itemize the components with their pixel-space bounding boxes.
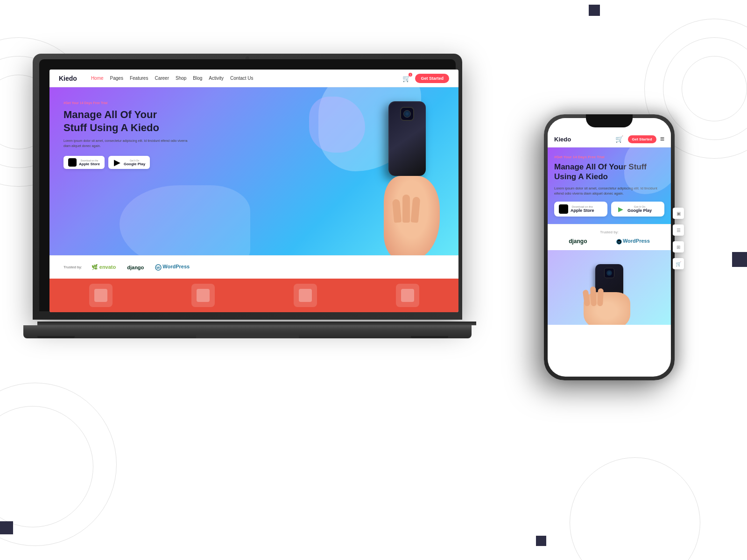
side-icon-4[interactable]: 🛒 — [673, 258, 684, 269]
phone-play-store-button[interactable]: ▶ Get It On Google Play — [611, 202, 664, 217]
bottom-strip — [49, 279, 458, 312]
site-logo: Kiedo — [59, 75, 77, 82]
google-play-button[interactable]: ▶ Get It On Google Play — [108, 156, 150, 169]
play-store-text: Get It On Google Play — [124, 159, 145, 166]
strip-icon-inner-1 — [94, 289, 107, 302]
mini-finger-2 — [590, 287, 597, 307]
laptop-device: Kiedo Home Pages Features Career Shop Bl… — [33, 54, 481, 338]
phone-cart-icon[interactable]: 🛒 — [615, 135, 623, 143]
trusted-label: Trusted by: — [63, 265, 82, 269]
strip-icon-inner-3 — [299, 289, 312, 302]
hero-phone-body — [388, 101, 426, 176]
hero-content: #Get Your 14 Days Free Trial Manage All … — [63, 101, 194, 169]
phone-logo: Kiedo — [554, 136, 615, 143]
hero-blob-2 — [120, 185, 250, 255]
phone-hand-section — [548, 250, 671, 325]
mini-cam-lens — [606, 270, 612, 276]
mini-phone-camera — [604, 268, 614, 278]
phone-hero: #Get Your 14 Days Free Trial Manage All … — [548, 147, 671, 224]
django-logo: django — [127, 265, 144, 270]
hero-trial-text: #Get Your 14 Days Free Trial — [63, 101, 194, 105]
hero-title: Manage All Of Your Stuff Using A Kiedo — [63, 108, 194, 134]
laptop-outer-frame: Kiedo Home Pages Features Career Shop Bl… — [33, 54, 462, 320]
phone-hero-blob — [624, 147, 671, 194]
site-hero: #Get Your 14 Days Free Trial Manage All … — [49, 87, 458, 255]
strip-icon-inner-4 — [401, 289, 414, 302]
phone-hero-buttons: Download on the Apple Store ▶ Get It On … — [554, 202, 664, 217]
svg-text:W: W — [617, 240, 620, 243]
laptop-notch — [196, 334, 299, 338]
play-icon: ▶ — [113, 158, 121, 167]
finger-2 — [402, 195, 410, 223]
phone-hand-inner — [572, 259, 647, 325]
laptop-hero-phone — [379, 87, 449, 255]
phone-get-started-button[interactable]: Get Started — [628, 135, 656, 143]
phone-notch — [586, 114, 633, 127]
nav-link-pages[interactable]: Pages — [110, 76, 123, 81]
wordpress-logo: W WordPress — [155, 264, 190, 270]
hero-buttons: Download on the Apple Store ▶ Get It On … — [63, 156, 194, 169]
svg-text:W: W — [156, 266, 160, 270]
phone-wordpress-logo: W WordPress — [616, 238, 650, 244]
phone-screen: Kiedo 🛒 Get Started ≡ #Get Your 14 Days … — [548, 118, 671, 377]
cart-badge: 1 — [409, 73, 412, 77]
phone-apple-store-button[interactable]: Download on the Apple Store — [554, 202, 607, 217]
site-nav: Kiedo Home Pages Features Career Shop Bl… — [49, 70, 458, 87]
nav-link-shop[interactable]: Shop — [176, 76, 186, 81]
nav-link-career[interactable]: Career — [155, 76, 169, 81]
phone-device: Kiedo 🛒 Get Started ≡ #Get Your 14 Days … — [544, 114, 675, 380]
cart-icon[interactable]: 🛒 1 — [402, 75, 410, 82]
phone-trusted-logos: django W WordPress — [554, 238, 664, 245]
get-started-button[interactable]: Get Started — [415, 74, 449, 83]
phone-side-icons: ▣ ☰ ⊞ 🛒 — [673, 208, 684, 269]
main-container: Kiedo Home Pages Features Career Shop Bl… — [0, 0, 747, 560]
phone-django-logo: django — [569, 238, 587, 245]
nav-actions: 🛒 1 Get Started — [402, 74, 449, 83]
phone-apple-icon — [559, 204, 568, 214]
laptop-foot-left — [37, 336, 75, 338]
nav-links: Home Pages Features Career Shop Blog Act… — [91, 76, 403, 81]
envato-logo: 🌿 envato — [92, 264, 116, 270]
phone-apple-text: Download on the Apple Store — [571, 205, 594, 213]
strip-icon-2 — [191, 284, 215, 307]
strip-icon-4 — [396, 284, 419, 307]
nav-link-contact[interactable]: Contact Us — [230, 76, 253, 81]
apple-store-button[interactable]: Download on the Apple Store — [63, 156, 105, 169]
strip-icon-1 — [89, 284, 113, 307]
phone-outer-frame: Kiedo 🛒 Get Started ≡ #Get Your 14 Days … — [544, 114, 675, 380]
phone-menu-icon[interactable]: ≡ — [660, 135, 664, 143]
laptop-screen: Kiedo Home Pages Features Career Shop Bl… — [49, 70, 458, 312]
side-icon-2[interactable]: ☰ — [673, 224, 684, 236]
hero-phone-camera — [400, 107, 414, 121]
laptop-hinge — [37, 322, 476, 325]
hero-phone-lens — [403, 110, 411, 118]
strip-icon-inner-2 — [197, 289, 210, 302]
apple-icon — [68, 158, 77, 167]
laptop-base — [23, 325, 472, 338]
laptop-foot-right — [411, 336, 448, 338]
nav-link-activity[interactable]: Activity — [209, 76, 224, 81]
trusted-logos: 🌿 envato django W WordPress — [92, 264, 190, 270]
phone-trusted-section: Trusted by: django W WordPress — [548, 224, 671, 250]
mini-finger-3 — [597, 288, 604, 307]
apple-store-text: Download on the Apple Store — [79, 159, 100, 166]
phone-play-text: Get It On Google Play — [627, 205, 652, 213]
strip-icon-3 — [294, 284, 317, 307]
laptop-screen-bezel: Kiedo Home Pages Features Career Shop Bl… — [39, 59, 456, 311]
phone-play-icon: ▶ — [616, 204, 625, 214]
trusted-section: Trusted by: 🌿 envato django W WordPress — [49, 255, 458, 279]
side-icon-3[interactable]: ⊞ — [673, 241, 684, 252]
nav-link-blog[interactable]: Blog — [193, 76, 202, 81]
hero-description: Lorem ipsum dolor sit amet, consectetur … — [63, 139, 194, 148]
side-icon-1[interactable]: ▣ — [673, 208, 684, 219]
nav-link-features[interactable]: Features — [130, 76, 148, 81]
nav-link-home[interactable]: Home — [91, 76, 104, 81]
phone-trusted-label: Trusted by: — [554, 230, 664, 234]
